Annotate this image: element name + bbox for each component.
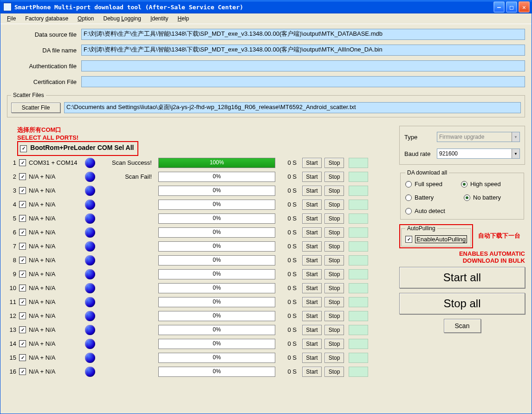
field-auth-file[interactable] [81,60,525,71]
label-auth-file: Authentication file [7,63,81,70]
radio-full-speed[interactable]: Full speed [405,181,442,188]
port-row: 5N/A + N/A0%0 SStartStop [7,212,390,226]
stop-button[interactable]: Stop [324,283,344,293]
checkbox-port[interactable] [19,173,26,180]
checkbox-port[interactable] [19,326,26,333]
elapsed: 0 S [278,354,299,361]
stop-button[interactable]: Stop [324,213,344,224]
stop-button[interactable]: Stop [324,269,344,279]
start-button[interactable]: Start [302,213,322,224]
start-button[interactable]: Start [302,227,322,238]
elapsed: 0 S [278,229,299,236]
checkbox-port[interactable] [19,312,26,319]
start-button[interactable]: Start [302,269,322,279]
stop-button[interactable]: Stop [324,367,344,377]
start-button[interactable]: Start [302,255,322,265]
start-button[interactable]: Start [302,325,322,335]
checkbox-port[interactable] [19,215,26,222]
start-button[interactable]: Start [302,353,322,363]
progress-bar: 100% [158,158,275,168]
stop-button[interactable]: Stop [324,227,344,238]
minimize-button[interactable]: ‒ [493,1,505,13]
port-index: 4 [7,201,16,208]
start-button[interactable]: Start [302,297,322,307]
start-button[interactable]: Start [302,241,322,252]
combo-type[interactable]: Firmware upgrade ▼ [437,132,520,142]
stop-button[interactable]: Stop [324,353,344,363]
start-all-button[interactable]: Start all [399,267,525,288]
start-button[interactable]: Start [302,311,322,321]
status-dot-icon [85,325,95,335]
label-cert-file: Certification File [7,78,81,85]
menu-help[interactable]: Help [174,14,193,23]
checkbox-port[interactable] [19,368,26,375]
da-download-group: DA download all Full speed High speed Ba… [400,169,524,220]
combo-baud[interactable]: 921600 ▼ [437,149,520,159]
stop-button[interactable]: Stop [324,158,344,168]
menu-file[interactable]: File [3,14,19,23]
app-icon [3,3,12,11]
checkbox-port[interactable] [19,229,26,236]
start-button[interactable]: Start [302,367,322,377]
menu-debug[interactable]: Debug Logging [99,14,144,23]
maximize-button[interactable]: □ [506,1,517,13]
port-name: N/A + N/A [29,229,82,236]
start-button[interactable]: Start [302,186,322,196]
status-dot-icon [85,172,95,182]
menu-identity[interactable]: Identity [147,14,172,23]
field-cert-file[interactable] [81,76,525,87]
elapsed: 0 S [278,159,299,166]
stop-button[interactable]: Stop [324,339,344,349]
indicator [349,200,368,210]
progress-bar: 0% [158,255,275,265]
stop-button[interactable]: Stop [324,200,344,210]
field-da-file[interactable]: F:\刘涛\资料\生产\生产工具\智能\1348\下载\SP_MDT_exe_v… [81,45,525,56]
stop-button[interactable]: Stop [324,172,344,182]
port-name: COM31 + COM14 [29,159,82,166]
checkbox-port[interactable] [19,243,26,250]
stop-button[interactable]: Stop [324,186,344,196]
menu-factory[interactable]: Factory database [21,14,72,23]
status-dot-icon [85,367,95,377]
stop-all-button[interactable]: Stop all [399,293,525,314]
radio-high-speed[interactable]: High speed [461,181,501,188]
stop-button[interactable]: Stop [324,255,344,265]
checkbox-enable-autopulling[interactable]: EnableAutoPulling [405,235,467,243]
autopulling-group: AutoPulling EnableAutoPulling [401,225,471,246]
scatter-file-path[interactable]: C:\Documents and Settings\liutao\桌面\j2a-… [64,102,521,113]
radio-battery[interactable]: Battery [405,194,445,201]
checkbox-port[interactable] [19,257,26,264]
checkbox-port[interactable] [19,159,26,166]
checkbox-port[interactable] [19,187,26,194]
checkbox-port[interactable] [19,285,26,291]
stop-button[interactable]: Stop [324,325,344,335]
close-button[interactable]: ✕ [519,1,530,13]
scan-button[interactable]: Scan [444,319,481,333]
checkbox-port[interactable] [19,340,26,347]
radio-no-battery[interactable]: No battery [464,194,501,201]
start-button[interactable]: Start [302,339,322,349]
radio-auto-detect[interactable]: Auto detect [405,207,519,214]
start-button[interactable]: Start [302,172,322,182]
checkbox-port[interactable] [19,201,26,208]
status-dot-icon [85,255,95,265]
checkbox-port[interactable] [19,354,26,361]
stop-button[interactable]: Stop [324,297,344,307]
start-button[interactable]: Start [302,283,322,293]
start-button[interactable]: Start [302,200,322,210]
titlebar: SmartPhone Multi-port download tool (Aft… [0,0,532,13]
checkbox-port[interactable] [19,271,26,278]
port-row: 14N/A + N/A0%0 SStartStop [7,337,390,351]
port-row: 7N/A + N/A0%0 SStartStop [7,239,390,253]
port-row: 8N/A + N/A0%0 SStartStop [7,253,390,267]
checkbox-port[interactable] [19,298,26,305]
menu-option[interactable]: Option [74,14,97,23]
field-data-source[interactable]: F:\刘涛\资料\生产\生产工具\智能\1348\下载\SP_MDT_exe_v… [81,29,525,40]
scatter-file-button[interactable]: Scatter File [11,103,60,113]
stop-button[interactable]: Stop [324,311,344,321]
start-button[interactable]: Start [302,158,322,168]
menu-bar: File Factory database Option Debug Loggi… [0,13,532,24]
stop-button[interactable]: Stop [324,241,344,252]
checkbox-select-all[interactable] [20,145,27,152]
progress-bar: 0% [158,269,275,279]
